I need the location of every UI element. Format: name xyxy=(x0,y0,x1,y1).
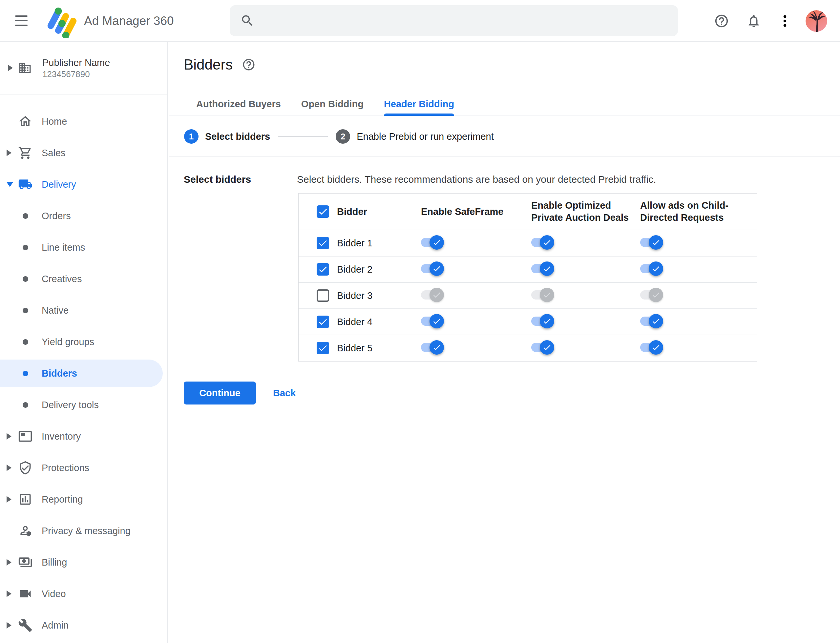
wizard-stepper: 1 Select bidders 2 Enable Prebid or run … xyxy=(184,121,494,152)
notifications-bell-icon[interactable] xyxy=(746,13,761,29)
auction-deals-toggle[interactable] xyxy=(531,314,554,328)
sidebar-item-home[interactable]: Home xyxy=(0,106,168,137)
sidebar-item-orders[interactable]: Orders xyxy=(0,200,168,232)
auction-deals-toggle[interactable] xyxy=(531,235,554,250)
sidebar-item-label: Reporting xyxy=(42,494,83,505)
row-checkbox[interactable] xyxy=(317,237,329,249)
child-directed-toggle[interactable] xyxy=(640,340,663,355)
table-row: Bidder 2 xyxy=(299,256,757,282)
sidebar-item-admin[interactable]: Admin xyxy=(0,610,168,641)
bidder-name: Bidder 5 xyxy=(337,343,373,354)
auction-deals-toggle[interactable] xyxy=(531,340,554,355)
toggle-thumb xyxy=(430,314,444,328)
sidebar-item-yield-groups[interactable]: Yield groups xyxy=(0,326,168,357)
bidder-name: Bidder 2 xyxy=(337,264,373,275)
section-label: Select bidders xyxy=(184,174,251,185)
menu-hamburger-icon[interactable] xyxy=(15,14,28,28)
expand-caret-icon xyxy=(8,65,13,71)
bullet-icon xyxy=(23,371,28,376)
table-row: Bidder 5 xyxy=(299,335,757,361)
safeframe-toggle[interactable] xyxy=(421,261,444,276)
child-directed-toggle[interactable] xyxy=(640,261,663,276)
help-icon[interactable] xyxy=(714,13,729,29)
section-divider xyxy=(169,157,840,157)
more-options-kebab-icon[interactable] xyxy=(777,13,793,29)
row-checkbox[interactable] xyxy=(317,316,329,328)
sidebar-item-inventory[interactable]: Inventory xyxy=(0,421,168,452)
toggle-thumb xyxy=(649,235,663,250)
tab-header-bidding[interactable]: Header Bidding xyxy=(384,96,454,115)
sidebar-item-sales[interactable]: Sales xyxy=(0,137,168,169)
product-name: Ad Manager 360 xyxy=(84,0,174,42)
sidebar-item-label: Native xyxy=(42,305,69,316)
toggle-thumb xyxy=(540,314,554,328)
sidebar-item-video[interactable]: Video xyxy=(0,578,168,610)
safeframe-toggle[interactable] xyxy=(421,288,444,302)
expand-caret-icon xyxy=(7,622,11,628)
bullet-icon xyxy=(23,276,28,282)
child-directed-toggle[interactable] xyxy=(640,314,663,328)
sidebar-item-label: Protections xyxy=(42,463,89,473)
toggle-thumb xyxy=(430,340,444,355)
column-header-bidder: Bidder xyxy=(337,206,367,218)
sidebar-item-label: Delivery xyxy=(42,179,76,190)
bullet-icon xyxy=(23,213,28,219)
sidebar-item-delivery-tools[interactable]: Delivery tools xyxy=(0,389,168,421)
back-link[interactable]: Back xyxy=(273,388,296,398)
expand-caret-icon xyxy=(7,150,11,156)
safeframe-toggle[interactable] xyxy=(421,314,444,328)
video-camera-icon xyxy=(18,587,33,601)
child-directed-toggle[interactable] xyxy=(640,235,663,250)
row-checkbox[interactable] xyxy=(317,289,329,302)
publisher-switcher[interactable]: Publisher Name 1234567890 xyxy=(0,42,168,95)
expand-caret-icon xyxy=(7,465,11,471)
search-bar[interactable] xyxy=(230,5,678,36)
row-checkbox[interactable] xyxy=(317,342,329,354)
ad-manager-logo-icon xyxy=(45,4,79,38)
sidebar-item-privacy-messaging[interactable]: Privacy & messaging xyxy=(0,515,168,547)
tab-authorized-buyers[interactable]: Authorized Buyers xyxy=(196,96,281,115)
truck-icon xyxy=(18,177,33,192)
sidebar-item-creatives[interactable]: Creatives xyxy=(0,263,168,295)
column-header-child-directed: Allow ads on Child-Directed Requests xyxy=(640,199,729,224)
stepper-connector xyxy=(278,136,328,137)
sidebar-item-label: Delivery tools xyxy=(42,400,99,410)
wrench-icon xyxy=(18,618,33,633)
column-header-safeframe: Enable SafeFrame xyxy=(421,206,531,218)
row-checkbox[interactable] xyxy=(317,263,329,276)
continue-button[interactable]: Continue xyxy=(184,382,256,405)
tab-bar: Authorized Buyers Open Bidding Header Bi… xyxy=(169,96,840,116)
sidebar-item-label: Home xyxy=(42,116,67,127)
toggle-thumb xyxy=(430,235,444,250)
auction-deals-toggle[interactable] xyxy=(531,261,554,276)
safeframe-toggle[interactable] xyxy=(421,340,444,355)
step-enable-prebid: 2 Enable Prebid or run experiment xyxy=(336,129,494,144)
nav-list: Home Sales Delivery Orders Line items xyxy=(0,106,168,641)
child-directed-toggle[interactable] xyxy=(640,288,663,302)
sidebar-item-billing[interactable]: Billing xyxy=(0,547,168,578)
sidebar-item-delivery[interactable]: Delivery xyxy=(0,169,168,200)
select-all-checkbox[interactable] xyxy=(317,206,329,218)
bidders-table: Bidder Enable SafeFrame Enable Optimized… xyxy=(298,193,757,362)
toggle-thumb xyxy=(430,261,444,276)
expand-caret-icon xyxy=(7,433,11,440)
sidebar-item-protections[interactable]: Protections xyxy=(0,452,168,483)
home-icon xyxy=(18,114,33,129)
toggle-thumb xyxy=(540,235,554,250)
page-help-icon[interactable] xyxy=(242,58,256,72)
main-content: Bidders Authorized Buyers Open Bidding H… xyxy=(169,42,840,643)
tab-open-bidding[interactable]: Open Bidding xyxy=(301,96,364,115)
safeframe-toggle[interactable] xyxy=(421,235,444,250)
sidebar-item-reporting[interactable]: Reporting xyxy=(0,483,168,515)
user-avatar[interactable] xyxy=(806,10,827,32)
sidebar-item-bidders[interactable]: Bidders xyxy=(0,357,168,389)
sidebar-item-native[interactable]: Native xyxy=(0,295,168,326)
auction-deals-toggle[interactable] xyxy=(531,288,554,302)
sidebar-item-line-items[interactable]: Line items xyxy=(0,232,168,263)
collapse-caret-icon xyxy=(7,182,13,187)
section-description: Select bidders. These recommendations ar… xyxy=(297,174,656,185)
search-input[interactable] xyxy=(255,6,678,36)
sidebar-item-label: Billing xyxy=(42,557,67,568)
publisher-name: Publisher Name xyxy=(42,56,110,69)
cart-icon xyxy=(18,146,33,160)
